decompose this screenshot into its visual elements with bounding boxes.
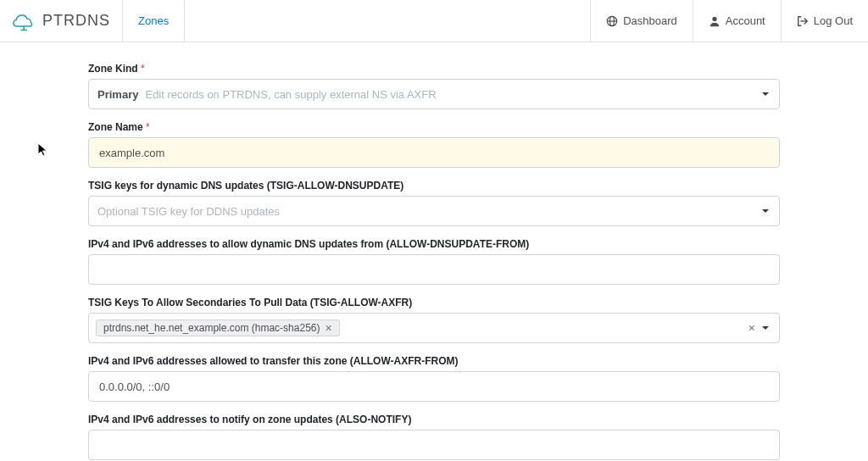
also-notify-input[interactable] (88, 430, 780, 460)
nav-dashboard[interactable]: Dashboard (590, 0, 693, 42)
remove-tag-icon[interactable]: × (325, 322, 331, 334)
nav-account[interactable]: Account (693, 0, 781, 42)
zone-name-group: Zone Name (88, 121, 780, 168)
brand-link[interactable]: PTRDNS (0, 0, 122, 42)
allow-dnsupdate-from-input[interactable] (88, 254, 780, 285)
tsig-axfr-select[interactable]: ptrdns.net_he.net_example.com (hmac-sha2… (88, 313, 780, 343)
tsig-dnsupdate-label: TSIG keys for dynamic DNS updates (TSIG-… (88, 180, 780, 192)
zone-kind-select[interactable]: Primary Edit records on PTRDNS, can supp… (88, 79, 780, 109)
tsig-axfr-label: TSIG Keys To Allow Secondaries To Pull D… (88, 297, 780, 308)
allow-dnsupdate-from-label: IPv4 and IPv6 addresses to allow dynamic… (88, 238, 780, 250)
tsig-dnsupdate-placeholder: Optional TSIG key for DDNS updates (97, 205, 771, 218)
chevron-down-icon (762, 92, 769, 96)
chevron-down-icon (762, 209, 769, 213)
top-navbar: PTRDNS Zones Dashboard Account Log Out (0, 0, 868, 42)
allow-axfr-from-input[interactable] (88, 371, 780, 402)
tsig-axfr-tag[interactable]: ptrdns.net_he.net_example.com (hmac-sha2… (96, 319, 340, 336)
tsig-axfr-tag-label: ptrdns.net_he.net_example.com (hmac-sha2… (103, 322, 320, 334)
globe-icon (606, 15, 618, 27)
svg-point-5 (712, 16, 716, 20)
also-notify-label: IPv4 and IPv6 addresses to notify on zon… (88, 414, 780, 425)
zone-kind-hint: Edit records on PTRDNS, can supply exter… (145, 88, 771, 101)
cloud-logo-icon (12, 10, 37, 32)
tsig-dnsupdate-group: TSIG keys for dynamic DNS updates (TSIG-… (88, 180, 780, 226)
zone-kind-group: Zone Kind Primary Edit records on PTRDNS… (88, 63, 780, 109)
main-form-container: Zone Kind Primary Edit records on PTRDNS… (81, 42, 787, 461)
brand-text: PTRDNS (42, 12, 110, 30)
clear-all-icon[interactable]: × (748, 321, 755, 335)
mouse-cursor (37, 142, 49, 158)
zone-name-input[interactable] (88, 137, 780, 168)
allow-dnsupdate-from-group: IPv4 and IPv6 addresses to allow dynamic… (88, 238, 780, 285)
zone-kind-label: Zone Kind (88, 63, 780, 75)
tsig-dnsupdate-select[interactable]: Optional TSIG key for DDNS updates (88, 196, 780, 226)
user-icon (709, 15, 721, 27)
tsig-axfr-group: TSIG Keys To Allow Secondaries To Pull D… (88, 297, 780, 343)
nav-zones[interactable]: Zones (122, 0, 185, 42)
logout-icon (797, 15, 809, 27)
allow-axfr-from-group: IPv4 and IPv6 addresses allowed to trans… (88, 355, 780, 402)
zone-name-label: Zone Name (88, 121, 780, 133)
allow-axfr-from-label: IPv4 and IPv6 addresses allowed to trans… (88, 355, 780, 367)
chevron-down-icon (762, 326, 769, 330)
zone-kind-value: Primary (97, 88, 138, 101)
nav-logout[interactable]: Log Out (781, 0, 868, 42)
also-notify-group: IPv4 and IPv6 addresses to notify on zon… (88, 414, 780, 460)
